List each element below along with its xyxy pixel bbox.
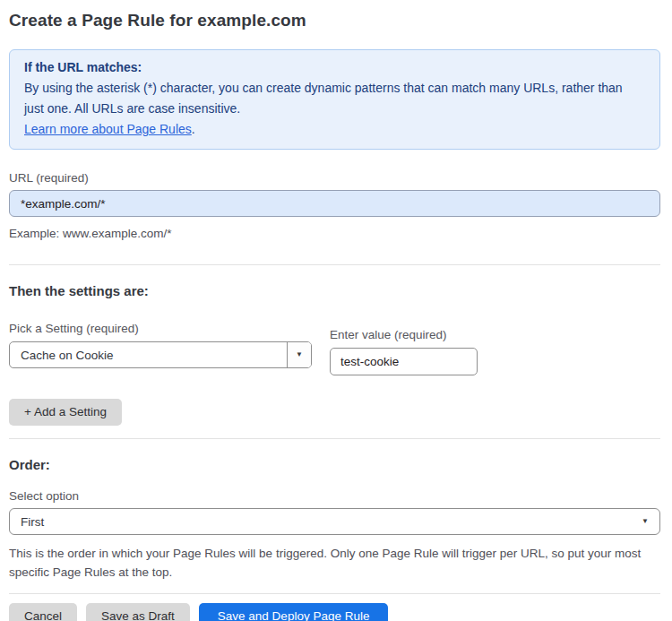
settings-row: Pick a Setting (required) Cache on Cooki… [9, 309, 660, 375]
page-title: Create a Page Rule for example.com [9, 11, 660, 30]
pick-setting-label: Pick a Setting (required) [9, 322, 312, 335]
order-heading: Order: [9, 457, 660, 472]
divider [9, 438, 660, 439]
url-example-hint: Example: www.example.com/* [9, 224, 660, 243]
link-suffix: . [192, 122, 195, 136]
dropdown-caret-button[interactable]: ▼ [287, 342, 311, 367]
order-hint: This is the order in which your Page Rul… [9, 544, 660, 582]
url-label: URL (required) [9, 171, 660, 185]
form-actions: Cancel Save as Draft Save and Deploy Pag… [9, 603, 660, 621]
caret-down-icon: ▼ [296, 351, 303, 358]
save-deploy-button[interactable]: Save and Deploy Page Rule [199, 603, 389, 621]
select-option-label: Select option [9, 489, 660, 503]
url-match-info-box: If the URL matches: By using the asteris… [9, 49, 660, 150]
cancel-button[interactable]: Cancel [9, 603, 77, 621]
info-box-body: By using the asterisk (*) character, you… [24, 78, 645, 119]
order-select[interactable]: First ▼ [9, 508, 660, 535]
setting-value-input[interactable] [330, 348, 478, 375]
info-box-heading: If the URL matches: [24, 57, 645, 78]
learn-more-link[interactable]: Learn more about Page Rules [24, 122, 192, 136]
value-column: Enter value (required) [330, 309, 478, 375]
add-setting-button[interactable]: + Add a Setting [9, 399, 122, 426]
caret-down-icon: ▼ [642, 518, 649, 525]
setting-dropdown-value: Cache on Cookie [10, 349, 287, 362]
setting-dropdown[interactable]: Cache on Cookie ▼ [9, 341, 312, 368]
save-draft-button[interactable]: Save as Draft [86, 603, 190, 621]
divider [9, 593, 660, 594]
url-input[interactable] [9, 190, 660, 217]
divider [9, 264, 660, 265]
order-select-value: First [21, 515, 44, 529]
info-box-link-line: Learn more about Page Rules. [24, 119, 645, 140]
create-page-rule-form: Create a Page Rule for example.com If th… [0, 0, 672, 621]
settings-heading: Then the settings are: [9, 283, 660, 298]
enter-value-label: Enter value (required) [330, 328, 478, 341]
setting-column: Pick a Setting (required) Cache on Cooki… [9, 309, 312, 375]
